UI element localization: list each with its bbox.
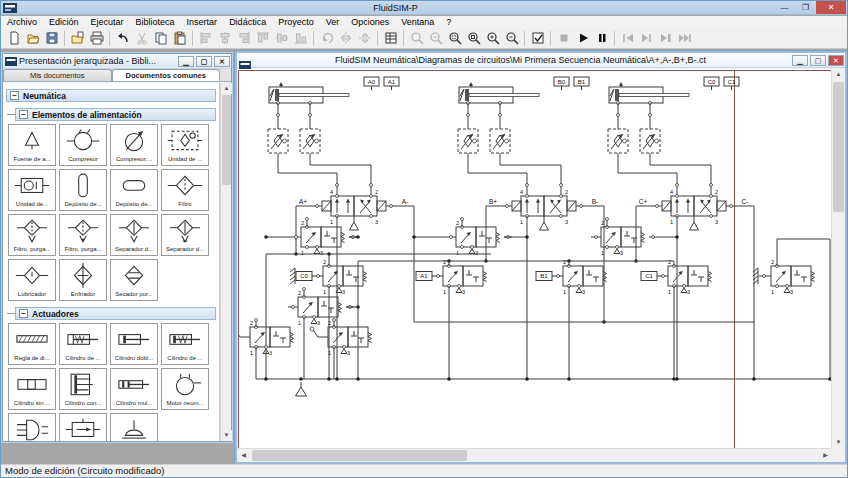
titlebar[interactable]: FluidSIM-P — ❐ ✕ (1, 1, 847, 15)
menu-ver[interactable]: Ver (320, 16, 346, 28)
collapse-icon[interactable]: − (19, 110, 28, 119)
zoom-fit-icon[interactable] (464, 29, 483, 47)
component-compresor[interactable]: Compresor (59, 124, 107, 166)
menu-proyecto[interactable]: Proyecto (272, 16, 320, 28)
component-cilindro-sin-[interactable]: Cilindro sin ... (8, 368, 56, 410)
relay-valve-start[interactable]: 213 (288, 290, 354, 326)
scroll-left-icon[interactable]: ◀ (238, 449, 249, 462)
cylinder-b[interactable] (459, 82, 539, 105)
section-header-actuadores[interactable]: −Actuadores (15, 307, 216, 320)
undo-icon[interactable] (113, 29, 132, 47)
collapse-icon[interactable]: − (10, 91, 19, 100)
component-motor-neum-[interactable]: Motor neum... (161, 368, 209, 410)
menu-biblioteca[interactable]: Biblioteca (130, 16, 181, 28)
flow-control-c1[interactable] (608, 129, 628, 153)
component-cilindro-dobl-[interactable]: Cilindro dobl... (110, 323, 158, 365)
library-minimize-button[interactable]: ▁ (178, 56, 194, 67)
circuit-hscroll-thumb[interactable] (252, 450, 467, 461)
sensor-valve-b1[interactable]: 213B1 (536, 259, 607, 295)
component-half-round-gate-icon[interactable] (8, 413, 56, 441)
component-secador-por-[interactable]: Secador por... (110, 259, 158, 301)
open-icon[interactable] (23, 29, 42, 47)
flow-control-c2[interactable] (640, 129, 660, 153)
component-fuente-de-a-[interactable]: Fuente de a... (8, 124, 56, 166)
close-button[interactable]: ✕ (816, 1, 846, 14)
library-scroll-thumb[interactable] (222, 95, 231, 185)
library-scrollbar[interactable]: ▲ ▼ (220, 83, 231, 441)
copy-icon[interactable] (151, 29, 170, 47)
component-filtro-purga-[interactable]: Filtro, purga... (59, 214, 107, 256)
zoom-area-icon[interactable] (445, 29, 464, 47)
scroll-down-icon[interactable]: ▼ (832, 437, 845, 448)
scroll-right-icon[interactable]: ▶ (820, 449, 831, 462)
scroll-up-icon[interactable]: ▲ (832, 69, 845, 80)
menu-ejecutar[interactable]: Ejecutar (85, 16, 130, 28)
collapse-icon[interactable]: − (19, 309, 28, 318)
circuit-maximize-button[interactable]: ▢ (810, 55, 826, 66)
component-cilindro-de-[interactable]: Cilindro de ... (161, 323, 209, 365)
circuit-close-button[interactable]: ✕ (828, 55, 844, 66)
component-regla-de-di-[interactable]: Regla de di... (8, 323, 56, 365)
maximize-button[interactable]: ❐ (795, 1, 816, 14)
valve-52-a[interactable]: 4213A+A- (299, 189, 408, 230)
menu--[interactable]: ? (440, 16, 457, 28)
component-cilindro-mul-[interactable]: Cilindro mul... (110, 368, 158, 410)
component-unidad-de-[interactable]: Unidad de... (8, 169, 56, 211)
menu-archivo[interactable]: Archivo (1, 16, 43, 28)
component-lubricador[interactable]: Lubricador (8, 259, 56, 301)
component-filtro-purga-[interactable]: Filtro, purga... (8, 214, 56, 256)
sensor-valve-extra[interactable]: 213 (753, 259, 815, 295)
zoom-in-icon[interactable] (483, 29, 502, 47)
component-separador-d-[interactable]: Separador d... (110, 214, 158, 256)
circuit-titlebar[interactable]: FluidSIM Neumática\Diagramas de circuito… (237, 53, 845, 68)
library-titlebar[interactable]: Presentación jerarquizada - Bibli... ▁ ▢… (3, 54, 231, 69)
pause-icon[interactable] (592, 29, 611, 47)
scroll-down-icon[interactable]: ▼ (221, 430, 232, 441)
play-icon[interactable] (573, 29, 592, 47)
tab-documentos-comunes[interactable]: Documentos comunes (112, 69, 221, 81)
library-close-button[interactable]: ✕ (214, 56, 230, 67)
component-box-arrow-icon[interactable] (59, 413, 107, 441)
section-header-neum-tica[interactable]: −Neumática (6, 89, 216, 102)
tab-mis-documentos[interactable]: Mis documentos (3, 69, 112, 81)
component-unidad-de-[interactable]: Unidad de ... (161, 124, 209, 166)
cylinder-a[interactable] (269, 82, 349, 105)
valve-52-b[interactable]: 4213B+B- (489, 189, 598, 230)
check-circuit-icon[interactable] (528, 29, 547, 47)
component-separador-d-[interactable]: Separador d... (161, 214, 209, 256)
component-compresor-[interactable]: Compresor,... (110, 124, 158, 166)
air-supply[interactable] (296, 382, 307, 396)
menu-did-ctica[interactable]: Didáctica (223, 16, 272, 28)
zoom-out-icon[interactable] (502, 29, 521, 47)
menu-insertar[interactable]: Insertar (181, 16, 224, 28)
component-dep-sito-de-[interactable]: Depósito de... (59, 169, 107, 211)
library-maximize-button[interactable]: ▢ (196, 56, 212, 67)
component-enfriador[interactable]: Enfriador (59, 259, 107, 301)
component-filtro[interactable]: Filtro (161, 169, 209, 211)
parts-list-icon[interactable] (381, 29, 400, 47)
component-dep-sito-de-[interactable]: Depósito de... (110, 169, 158, 211)
paste-icon[interactable] (170, 29, 189, 47)
section-header-elementos-de-alimentaci-n[interactable]: −Elementos de alimentación (15, 108, 216, 121)
flow-control-b1[interactable] (458, 129, 478, 153)
circuit-diagram[interactable]: A0A14213A+A-B0B14213B+B-C0C14213C+C-2132… (238, 69, 831, 448)
save-icon[interactable] (42, 29, 61, 47)
valve-52-c[interactable]: 4213C+C- (639, 189, 749, 230)
relay-valve-b[interactable]: 213 (446, 220, 512, 256)
circuit-vertical-scrollbar[interactable]: ▲ ▼ (831, 69, 844, 448)
circuit-horizontal-scrollbar[interactable]: ◀ ▶ (238, 448, 831, 461)
component-cilindro-de-[interactable]: Cilindro de ... (59, 323, 107, 365)
open-library-icon[interactable] (68, 29, 87, 47)
flow-control-a2[interactable] (300, 129, 320, 153)
circuit-minimize-button[interactable]: ▁ (792, 55, 808, 66)
menu-edici-n[interactable]: Edición (43, 16, 85, 28)
sensor-valve-c0[interactable]: 213C0 (290, 259, 367, 295)
flow-control-b2[interactable] (490, 129, 510, 153)
flow-control-a1[interactable] (268, 129, 288, 153)
relay-valve-a[interactable]: 213 (291, 220, 357, 256)
sensor-valve-c1[interactable]: 213C1 (641, 259, 712, 295)
minimize-button[interactable]: — (774, 1, 795, 14)
sensor-valve-a1[interactable]: 213A1 (416, 259, 487, 295)
circuit-vscroll-thumb[interactable] (833, 82, 844, 212)
circuit-canvas[interactable]: A0A14213A+A-B0B14213B+B-C0C14213C+C-2132… (238, 69, 831, 448)
